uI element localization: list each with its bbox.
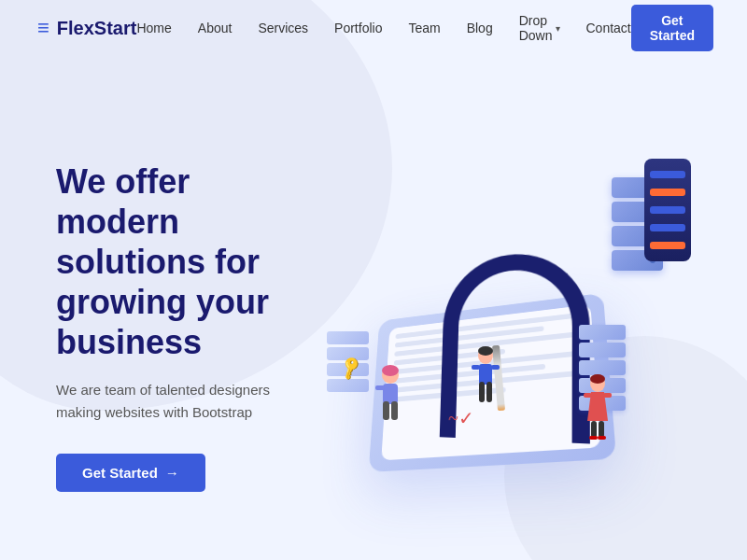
- svg-rect-2: [383, 384, 398, 404]
- tower-bar-2: [650, 189, 685, 196]
- hero-illustration: 🔑 ~✓: [317, 131, 691, 523]
- navbar: ≡ FlexStart Home About Services Portfoli…: [0, 0, 747, 56]
- signature-decoration: ~✓: [448, 407, 473, 429]
- svg-rect-15: [584, 393, 592, 398]
- nav-item-team[interactable]: Team: [408, 21, 440, 35]
- brand-name: FlexStart: [57, 18, 137, 39]
- hero-cta-button[interactable]: Get Started →: [56, 454, 205, 492]
- tower-bar-3: [650, 206, 685, 214]
- tower-bar-1: [650, 171, 685, 178]
- svg-rect-12: [486, 382, 492, 402]
- nav-item-home[interactable]: Home: [136, 21, 171, 35]
- tower-bar-5: [650, 242, 685, 249]
- tower-bar-4: [650, 224, 685, 231]
- svg-rect-10: [491, 365, 500, 370]
- person-figure-2: [472, 346, 500, 420]
- hero-text-block: We offer modern solutions for growing yo…: [56, 161, 317, 493]
- disc-2: [579, 343, 626, 357]
- hero-subtitle: We are team of talented designers making…: [56, 379, 317, 424]
- nav-item-portfolio[interactable]: Portfolio: [334, 21, 382, 35]
- svg-rect-18: [599, 421, 604, 438]
- chevron-down-icon: ▾: [556, 23, 560, 34]
- svg-rect-4: [391, 401, 398, 420]
- svg-point-7: [478, 346, 493, 356]
- nav-links: Home About Services Portfolio Team Blog …: [136, 13, 630, 43]
- left-disc-1: [327, 331, 369, 344]
- nav-item-about[interactable]: About: [198, 21, 233, 35]
- svg-point-1: [382, 365, 399, 376]
- nav-item-blog[interactable]: Blog: [467, 21, 493, 35]
- svg-rect-8: [479, 364, 492, 385]
- brand-logo[interactable]: ≡ FlexStart: [37, 16, 136, 40]
- disc-3: [579, 360, 626, 375]
- hero-cta-label: Get Started: [82, 465, 158, 481]
- svg-rect-11: [479, 382, 485, 402]
- nav-cta-button[interactable]: Get Started: [631, 5, 713, 51]
- nav-item-services[interactable]: Services: [258, 21, 308, 35]
- logo-icon: ≡: [37, 16, 49, 40]
- person-figure-3: [584, 374, 612, 453]
- nav-item-contact[interactable]: Contact: [586, 21, 631, 35]
- svg-point-14: [590, 374, 605, 384]
- disc-1: [579, 325, 626, 340]
- arrow-icon: →: [165, 465, 179, 481]
- svg-rect-16: [603, 393, 612, 398]
- svg-rect-17: [591, 421, 597, 438]
- svg-rect-3: [383, 401, 389, 420]
- iso-scene: 🔑 ~✓: [317, 131, 691, 523]
- server-tower: [644, 159, 691, 261]
- person-figure-1: [374, 364, 406, 429]
- svg-rect-19: [589, 436, 598, 440]
- nav-item-dropdown[interactable]: Drop Down ▾: [519, 13, 560, 43]
- svg-rect-20: [598, 436, 606, 440]
- hero-title: We offer modern solutions for growing yo…: [56, 161, 317, 363]
- svg-rect-9: [472, 365, 480, 370]
- svg-rect-5: [375, 385, 385, 390]
- hero-section: We offer modern solutions for growing yo…: [0, 56, 747, 560]
